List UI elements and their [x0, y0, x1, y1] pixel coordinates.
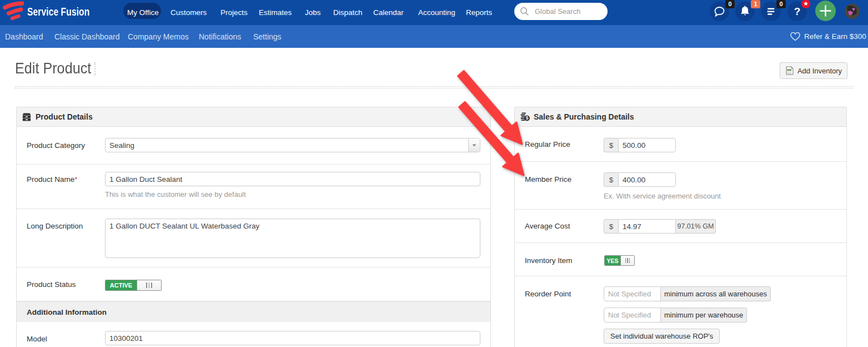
- svg-text:$: $: [526, 115, 529, 121]
